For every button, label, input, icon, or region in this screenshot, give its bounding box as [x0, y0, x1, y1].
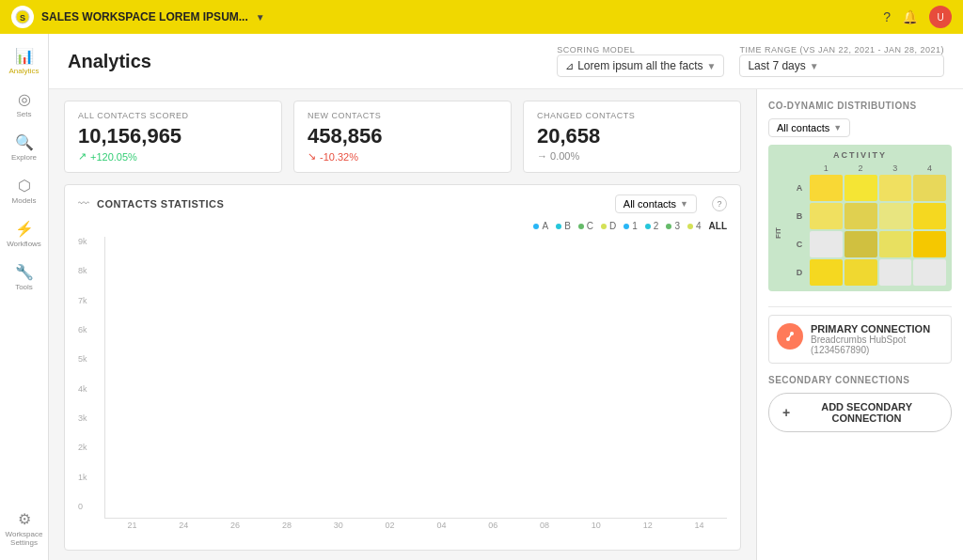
primary-connection-card: PRIMARY CONNECTION Breadcrumbs HubSpot (… [768, 315, 952, 364]
scoring-model-group: SCORING MODEL ⊿ Lorem ipsum all the fact… [557, 45, 724, 77]
primary-connection-section: PRIMARY CONNECTION Breadcrumbs HubSpot (… [768, 315, 952, 364]
add-secondary-connection-button[interactable]: + ADD SECONDARY CONNECTION [768, 393, 952, 432]
secondary-connections-title: SECONDARY CONNECTIONS [768, 375, 952, 385]
sidebar-item-workspace-settings[interactable]: ⚙ Workspace Settings [0, 505, 48, 552]
hubspot-icon [777, 323, 803, 350]
heatmap-cell-b4 [913, 203, 946, 229]
heatmap-filter-select[interactable]: All contacts ▼ [768, 118, 850, 137]
user-avatar[interactable]: U [929, 6, 952, 28]
time-range-label: TIME RANGE (vs Jan 22, 2021 - Jan 28, 20… [739, 45, 944, 54]
y-label-8k: 8k [78, 266, 104, 275]
sets-icon: ◎ [18, 90, 31, 108]
heatmap-cell-a2 [845, 175, 877, 201]
sidebar-workflows-label: Workflows [7, 240, 41, 248]
sidebar-item-explore[interactable]: 🔍 Explore [0, 128, 48, 167]
chart-header: 〰 CONTACTS STATISTICS All contacts ▼ ? [78, 194, 727, 213]
sidebar-item-sets[interactable]: ◎ Sets [0, 85, 48, 124]
primary-connection-title: PRIMARY CONNECTION [811, 323, 943, 334]
heatmap-row-d: D [791, 259, 808, 286]
chart-wave-icon: 〰 [78, 197, 89, 210]
sidebar-item-tools[interactable]: 🔧 Tools [0, 257, 48, 297]
sidebar-sets-label: Sets [16, 110, 31, 118]
x-label-02: 02 [366, 521, 414, 530]
y-label-5k: 5k [78, 354, 104, 364]
workspace-chevron-icon[interactable]: ▼ [256, 12, 265, 23]
heatmap-cell-c3 [879, 231, 912, 257]
sidebar-analytics-label: Analytics [8, 67, 39, 75]
fit-column: FIT [774, 180, 791, 286]
x-label-30: 30 [314, 521, 362, 530]
content: ALL CONTACTS SCORED 10,156,965 ↗ +120.05… [49, 89, 963, 560]
x-label-24: 24 [160, 521, 208, 530]
legend-3: 3 [666, 221, 680, 231]
y-label-2k: 2k [78, 443, 104, 452]
heatmap-cell-b1 [810, 203, 843, 229]
left-panel: ALL CONTACTS SCORED 10,156,965 ↗ +120.05… [49, 89, 756, 560]
page-header: Analytics SCORING MODEL ⊿ Lorem ipsum al… [49, 34, 963, 89]
changed-contacts-value: 20,658 [537, 124, 727, 148]
sidebar-tools-label: Tools [15, 283, 33, 291]
notifications-icon[interactable]: 🔔 [902, 9, 918, 24]
help-circle-icon[interactable]: ? [712, 196, 727, 211]
heatmap-cell-c2 [845, 231, 877, 257]
connection-info: PRIMARY CONNECTION Breadcrumbs HubSpot (… [811, 323, 943, 355]
x-label-28: 28 [262, 521, 310, 530]
chart-area: 〰 CONTACTS STATISTICS All contacts ▼ ? [64, 184, 741, 551]
heatmap-cell-d2 [845, 259, 877, 286]
heatmap-col-2: 2 [845, 163, 877, 173]
heatmap-row-c: C [791, 231, 808, 257]
workspace-settings-icon: ⚙ [18, 510, 31, 528]
x-label-12: 12 [624, 521, 671, 530]
x-axis: 212426283002040608101214 [104, 519, 727, 530]
sidebar-item-models[interactable]: ⬡ Models [0, 171, 48, 210]
legend-c: C [578, 221, 593, 231]
sidebar-item-workflows[interactable]: ⚡ Workflows [0, 214, 48, 254]
primary-connection-detail1: Breadcrumbs HubSpot [811, 334, 943, 345]
heatmap-filter-value: All contacts [777, 122, 829, 133]
legend-all[interactable]: ALL [709, 221, 727, 231]
heatmap-cell-d1 [810, 259, 843, 286]
x-label-21: 21 [108, 521, 156, 530]
new-contacts-value: 458,856 [308, 124, 497, 148]
stat-changed-contacts: CHANGED CONTACTS 20,658 → 0.00% [523, 101, 741, 173]
heatmap-cell-a3 [879, 175, 912, 201]
heatmap-wrapper: ACTIVITY FIT 1 2 [768, 145, 952, 291]
y-label-4k: 4k [78, 384, 104, 394]
chart-filter-select[interactable]: All contacts ▼ [615, 194, 697, 213]
heatmap-cell-b2 [845, 203, 877, 229]
sidebar-item-analytics[interactable]: 📊 Analytics [0, 41, 48, 81]
right-panel: CO-DYNAMIC DISTRIBUTIONS All contacts ▼ … [756, 89, 963, 560]
heatmap-cell-d3 [879, 259, 912, 286]
time-range-select[interactable]: Last 7 days ▼ [739, 54, 944, 77]
scoring-model-select[interactable]: ⊿ Lorem ipsum all the facts ▼ [557, 54, 724, 77]
x-label-26: 26 [212, 521, 260, 530]
svg-text:S: S [20, 13, 25, 23]
co-dynamic-title: CO-DYNAMIC DISTRIBUTIONS [768, 101, 952, 111]
fit-label: FIT [774, 227, 791, 239]
heatmap-cell-c1 [810, 231, 843, 257]
sidebar-explore-label: Explore [11, 153, 37, 162]
legend-b: B [556, 221, 571, 231]
new-contacts-change-value: -10.32% [320, 151, 358, 163]
svg-line-4 [788, 334, 792, 339]
stat-all-contacts: ALL CONTACTS SCORED 10,156,965 ↗ +120.05… [64, 101, 282, 173]
time-range-value: Last 7 days [748, 59, 805, 72]
main-layout: 📊 Analytics ◎ Sets 🔍 Explore ⬡ Models ⚡ … [0, 34, 963, 560]
scoring-model-value: Lorem ipsum all the facts [577, 59, 703, 72]
analytics-icon: 📊 [15, 47, 34, 65]
trend-down-icon: ↘ [308, 150, 316, 163]
heatmap-row-a: A [791, 175, 808, 201]
heatmap-cell-a4 [913, 175, 946, 201]
heatmap-col-1: 1 [810, 163, 843, 173]
all-contacts-value: 10,156,965 [78, 124, 268, 148]
models-icon: ⬡ [18, 177, 31, 194]
y-label-3k: 3k [78, 413, 104, 423]
main-content: Analytics SCORING MODEL ⊿ Lorem ipsum al… [49, 34, 963, 560]
x-label-06: 06 [469, 521, 517, 530]
all-contacts-label: ALL CONTACTS SCORED [78, 111, 268, 120]
y-axis: 9k 8k 7k 6k 5k 4k 3k 2k 1k 0 [78, 237, 104, 530]
x-label-08: 08 [521, 521, 569, 530]
tools-icon: 🔧 [15, 263, 34, 281]
y-label-0: 0 [78, 502, 104, 511]
help-icon[interactable]: ? [883, 9, 891, 24]
